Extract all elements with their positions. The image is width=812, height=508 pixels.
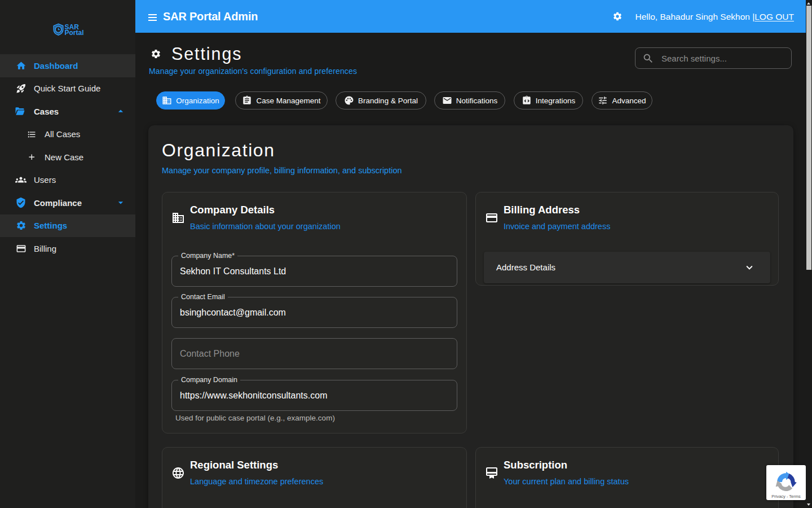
svg-text:Portal: Portal xyxy=(65,29,84,37)
